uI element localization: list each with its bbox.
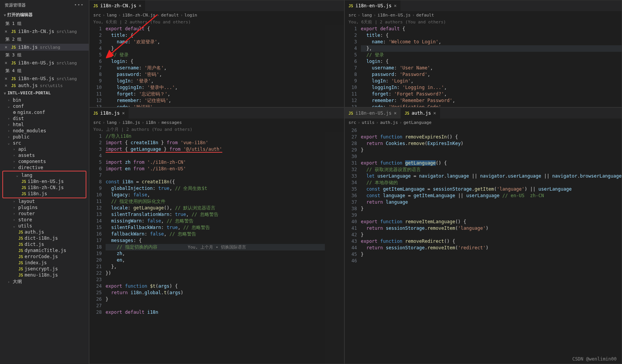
js-file-icon: JS <box>22 186 26 190</box>
folder-item[interactable]: ›dist <box>0 115 89 122</box>
js-file-icon: JS <box>11 61 16 65</box>
file-item[interactable]: JS auth.js <box>0 229 89 235</box>
open-editor-item[interactable]: ×JS i18n.js src\lang <box>0 44 89 51</box>
line-gutter: 2627282930313233343536373839404142434445… <box>345 127 361 364</box>
folder-item[interactable]: ›api <box>0 146 89 152</box>
project-header[interactable]: vINTL-VOICE-PORTAL <box>0 89 89 97</box>
editor-pane-bottom-left: JSi18n.js×src›lang›i18n.js›i18n›messages… <box>89 107 344 364</box>
folder-item[interactable]: ⌄conf <box>0 103 89 109</box>
js-file-icon: JS <box>11 45 16 49</box>
open-editor-item[interactable]: ×JS auth.js src\utils <box>0 82 89 89</box>
editor-group[interactable]: 第 4 组 <box>0 66 89 75</box>
file-item[interactable]: JS dict-i18n.js <box>0 235 89 241</box>
editor-pane-top-left: JSi18n-zh-CN.js×src›lang›i18n-zh-CN.js›d… <box>89 0 344 107</box>
file-item[interactable]: JS dict.js <box>0 241 89 247</box>
file-item[interactable]: JS dynamicTitle.js <box>0 247 89 254</box>
js-file-icon: JS <box>18 236 23 240</box>
js-file-icon: JS <box>93 4 98 8</box>
editor-tab[interactable]: JSauth.js× <box>401 108 440 119</box>
editor-pane-top-right: JSi18n-en-US.js×src›lang›i18n-en-US.js›d… <box>344 0 622 107</box>
file-item[interactable]: JS i18n.js <box>3 191 86 197</box>
file-item[interactable]: JS index.js <box>0 260 89 266</box>
explorer-sidebar: 资源管理器 ••• v打开的编辑器 第 1 组×JS i18n-zh-CN.js… <box>0 0 89 364</box>
folder-item[interactable]: ›layout <box>0 198 89 204</box>
minimap[interactable] <box>325 25 344 107</box>
editor-grid: JSi18n-zh-CN.js×src›lang›i18n-zh-CN.js›d… <box>89 0 622 364</box>
close-tab-icon[interactable]: × <box>394 3 397 8</box>
close-icon[interactable]: × <box>5 29 7 34</box>
editor-pane-bottom-right: JSi18n-en-US.js×JSauth.js×src›utils›auth… <box>344 107 622 364</box>
folder-item[interactable]: ›assets <box>0 152 89 158</box>
open-editor-item[interactable]: ×JS i18n-en-US.js src\lang <box>0 75 89 82</box>
js-file-icon: JS <box>405 111 409 115</box>
git-blame: You, 上个月 | 2 authors (You and others) <box>89 127 344 132</box>
editor-tab[interactable]: JSi18n-en-US.js× <box>345 108 401 119</box>
file-item[interactable]: JS i18n-zh-CN.js <box>3 184 86 191</box>
watermark: CSDN @wenlimin00 <box>572 356 617 362</box>
folder-item[interactable]: ›directive <box>0 165 89 171</box>
folder-item[interactable]: ›html <box>0 122 89 128</box>
open-editor-item[interactable]: ×JS i18n-zh-CN.js src\lang <box>0 28 89 35</box>
close-tab-icon[interactable]: × <box>394 110 397 116</box>
editor-tab[interactable]: JSi18n.js× <box>89 108 129 119</box>
more-icon[interactable]: ••• <box>74 2 84 8</box>
breadcrumb[interactable]: src›utils›auth.js›getLanguage <box>345 119 622 127</box>
js-file-icon: JS <box>93 111 98 115</box>
folder-item[interactable]: ⚙ nginx.conf <box>0 109 89 115</box>
close-tab-icon[interactable]: × <box>139 3 141 8</box>
folder-item[interactable]: ⌄src <box>0 140 89 146</box>
open-editor-item[interactable]: ×JS i18n-en-US.js src\lang <box>0 59 89 66</box>
line-gutter: 12345678910111213 <box>345 25 361 107</box>
js-file-icon: JS <box>18 249 23 253</box>
breadcrumb[interactable]: src›lang›i18n.js›i18n›messages <box>89 119 344 127</box>
line-gutter: 12345678910111213 <box>89 25 106 107</box>
file-item[interactable]: JS errorCode.js <box>0 254 89 260</box>
file-item[interactable]: JS menu-i18n.js <box>0 272 89 278</box>
js-file-icon: JS <box>18 242 23 247</box>
folder-item[interactable]: ›大纲 <box>0 278 89 285</box>
folder-item[interactable]: ⌄lang <box>3 172 86 178</box>
editor-tab[interactable]: JSi18n-zh-CN.js× <box>89 0 146 11</box>
js-file-icon: JS <box>18 255 23 259</box>
code-editor[interactable]: 1234567891011121314151617181920212223242… <box>89 132 344 364</box>
folder-item[interactable]: ⌄utils <box>0 223 89 229</box>
folder-item[interactable]: ›public <box>0 134 89 140</box>
folder-item[interactable]: ›components <box>0 158 89 165</box>
breadcrumb[interactable]: src›lang›i18n-en-US.js›default <box>345 11 622 19</box>
js-file-icon: JS <box>11 30 16 34</box>
close-icon[interactable]: × <box>5 60 7 66</box>
js-file-icon: JS <box>22 192 26 196</box>
code-editor[interactable]: 2627282930313233343536373839404142434445… <box>345 127 622 364</box>
editor-group[interactable]: 第 2 组 <box>0 35 89 44</box>
folder-item[interactable]: ›plugins <box>0 204 89 211</box>
js-file-icon: JS <box>18 267 23 271</box>
close-tab-icon[interactable]: × <box>122 110 125 116</box>
close-icon[interactable]: × <box>5 83 7 88</box>
file-item[interactable]: JS i18n-en-US.js <box>3 178 86 184</box>
breadcrumb[interactable]: src›lang›i18n-zh-CN.js›default›login <box>89 11 344 19</box>
folder-item[interactable]: ›node_modules <box>0 128 89 134</box>
js-file-icon: JS <box>22 180 26 184</box>
explorer-title: 资源管理器 <box>5 2 26 8</box>
folder-item[interactable]: ›router <box>0 211 89 217</box>
minimap[interactable] <box>325 132 344 364</box>
editor-group[interactable]: 第 3 组 <box>0 51 89 59</box>
close-icon[interactable]: × <box>5 44 7 50</box>
js-file-icon: JS <box>349 111 353 115</box>
file-item[interactable]: JS jsencrypt.js <box>0 266 89 272</box>
code-editor[interactable]: 12345678910111213export default { title:… <box>89 25 344 107</box>
git-blame: You, 6天前 | 2 authors (You and others) <box>89 19 344 25</box>
js-file-icon: JS <box>18 230 23 234</box>
close-icon[interactable]: × <box>5 76 7 81</box>
close-tab-icon[interactable]: × <box>433 110 436 116</box>
editor-group[interactable]: 第 1 组 <box>0 19 89 28</box>
folder-item[interactable]: ›store <box>0 217 89 223</box>
editor-tab[interactable]: JSi18n-en-US.js× <box>345 0 401 11</box>
open-editors-header[interactable]: v打开的编辑器 <box>0 10 89 19</box>
code-editor[interactable]: 12345678910111213export default { title:… <box>345 25 622 107</box>
git-blame: You, 6天前 | 2 authors (You and others) <box>345 19 622 25</box>
folder-item[interactable]: ›bin <box>0 97 89 103</box>
js-file-icon: JS <box>11 84 16 88</box>
js-file-icon: JS <box>11 77 16 81</box>
js-file-icon: JS <box>349 4 353 8</box>
